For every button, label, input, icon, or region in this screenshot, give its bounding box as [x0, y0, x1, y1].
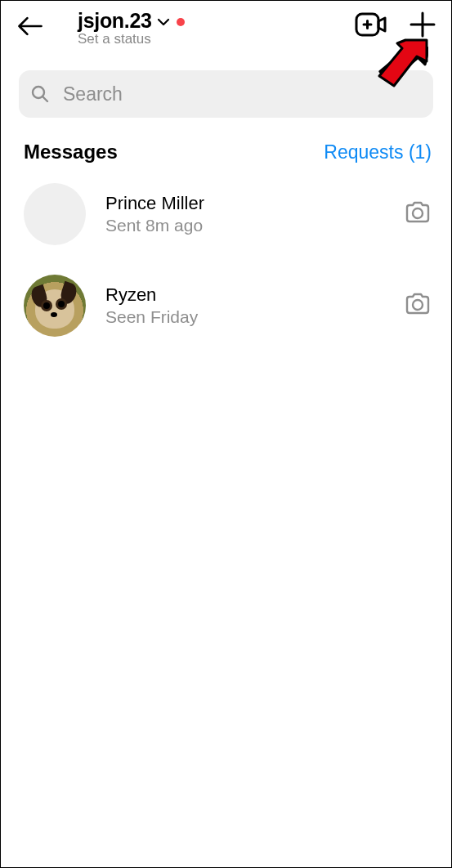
username-label: jsjon.23 [78, 9, 152, 33]
avatar [24, 275, 86, 337]
new-message-button[interactable] [409, 11, 436, 38]
conversation-name: Ryzen [105, 284, 384, 306]
messages-section-header: Messages Requests (1) [1, 118, 451, 163]
camera-button[interactable] [404, 292, 432, 320]
account-switcher[interactable]: jsjon.23 Set a status [78, 9, 343, 47]
conversation-item[interactable]: Prince Miller Sent 8m ago [1, 168, 451, 260]
username-row: jsjon.23 [78, 9, 343, 33]
camera-icon [404, 200, 432, 225]
search-placeholder: Search [63, 83, 123, 105]
conversation-subtitle: Sent 8m ago [105, 216, 384, 235]
conversation-subtitle: Seen Friday [105, 307, 384, 327]
search-input[interactable]: Search [19, 70, 433, 118]
plus-icon [409, 11, 436, 38]
messages-title: Messages [24, 141, 118, 163]
header-bar: jsjon.23 Set a status [1, 1, 451, 51]
chevron-down-icon [157, 17, 170, 27]
video-call-button[interactable] [355, 11, 387, 38]
video-plus-icon [355, 11, 387, 38]
avatar [24, 183, 86, 245]
conversation-list: Prince Miller Sent 8m ago Ryzen Seen Fri… [1, 168, 451, 351]
conversation-text: Prince Miller Sent 8m ago [105, 193, 384, 235]
arrow-left-icon [16, 14, 45, 38]
back-button[interactable] [16, 11, 45, 41]
camera-button[interactable] [404, 200, 432, 228]
requests-link[interactable]: Requests (1) [324, 141, 432, 163]
status-prompt[interactable]: Set a status [78, 31, 343, 47]
conversation-name: Prince Miller [105, 193, 384, 214]
camera-icon [404, 292, 432, 316]
search-icon [30, 84, 50, 104]
svg-point-2 [413, 208, 423, 218]
svg-point-3 [413, 300, 423, 310]
header-actions [355, 11, 436, 38]
notification-dot [177, 18, 185, 26]
conversation-item[interactable]: Ryzen Seen Friday [1, 260, 451, 351]
conversation-text: Ryzen Seen Friday [105, 284, 384, 327]
